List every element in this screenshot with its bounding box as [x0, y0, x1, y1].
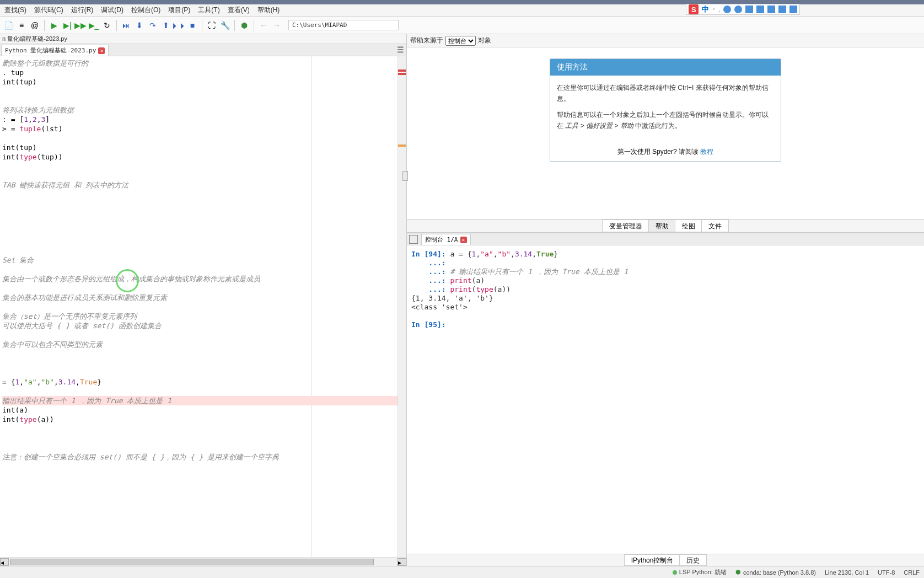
- settings-icon[interactable]: 🔧: [219, 19, 231, 31]
- sogou-icon[interactable]: S: [689, 4, 699, 14]
- console-bottom-tab[interactable]: IPython控制台: [624, 554, 681, 566]
- status-conda[interactable]: ⬢conda: base (Python 3.8.8): [735, 569, 816, 576]
- code-line[interactable]: [2, 237, 406, 246]
- code-line[interactable]: 可以使用大括号 { } 或者 set() 函数创建集合: [2, 321, 406, 330]
- editor-options-icon[interactable]: ☰: [397, 45, 404, 54]
- code-line[interactable]: [2, 349, 406, 358]
- code-line[interactable]: 将列表转换为元组数据: [2, 105, 406, 115]
- code-line[interactable]: int(type(a)): [2, 415, 406, 424]
- code-line[interactable]: 集合（set）是一个无序的不重复元素序列: [2, 312, 406, 321]
- code-line[interactable]: [2, 87, 406, 96]
- code-line[interactable]: int(tup): [2, 143, 406, 152]
- menu-item[interactable]: 调试(D): [98, 4, 127, 16]
- debug-continue-icon[interactable]: ⏵⏵: [173, 19, 185, 31]
- code-line[interactable]: [2, 208, 406, 218]
- menu-item[interactable]: 控制台(O): [128, 4, 164, 16]
- menu-item[interactable]: 查看(V): [224, 4, 253, 16]
- code-line[interactable]: . tup: [2, 68, 406, 77]
- code-line[interactable]: 集合由一个或数个形态各异的元组组成，构成集合的事物或对象称作元素或是成员: [2, 274, 406, 283]
- code-line[interactable]: [2, 227, 406, 237]
- editor-tab-active[interactable]: Python 量化编程基础-2023.py ✕: [1, 45, 109, 56]
- run-selection-icon[interactable]: ▶_: [88, 19, 100, 31]
- help-tab[interactable]: 变量管理器: [602, 220, 649, 232]
- editor-hscroll[interactable]: ◂ ▸: [0, 557, 406, 566]
- help-source-select[interactable]: 控制台: [445, 36, 476, 46]
- code-line[interactable]: 集合中可以包含不同类型的元素: [2, 340, 406, 349]
- help-tab[interactable]: 文件: [701, 220, 729, 232]
- ime-icon-1[interactable]: [723, 6, 731, 13]
- rerun-icon[interactable]: ↻: [101, 19, 113, 31]
- code-line[interactable]: = {1,"a","b",3.14,True}: [2, 377, 406, 387]
- code-line[interactable]: [2, 443, 406, 452]
- python-path-icon[interactable]: ⬢: [238, 19, 250, 31]
- debug-stop-icon[interactable]: ■: [186, 19, 198, 31]
- help-tab[interactable]: 帮助: [648, 220, 676, 232]
- code-line[interactable]: Set 集合: [2, 255, 406, 265]
- close-icon[interactable]: ✕: [460, 237, 467, 243]
- ime-toolbar[interactable]: S 中 •,: [686, 4, 800, 15]
- ime-icon-5[interactable]: [767, 6, 775, 13]
- code-line[interactable]: [2, 434, 406, 443]
- console-expand-icon[interactable]: [409, 235, 418, 244]
- debug-step-icon[interactable]: ⏭: [120, 19, 132, 31]
- ime-icon-4[interactable]: [756, 6, 764, 13]
- menu-item[interactable]: 源代码(C): [31, 4, 67, 16]
- code-line[interactable]: [2, 96, 406, 105]
- console-bottom-tab[interactable]: 历史: [679, 554, 707, 566]
- code-line[interactable]: > = tuple(lst): [2, 124, 406, 133]
- debug-over-icon[interactable]: ↷: [147, 19, 159, 31]
- code-line[interactable]: [2, 133, 406, 143]
- code-line[interactable]: 集合的基本功能是进行成员关系测试和删除重复元素: [2, 293, 406, 302]
- menu-item[interactable]: 项目(P): [165, 4, 194, 16]
- menu-item[interactable]: 运行(R): [68, 4, 97, 16]
- code-line[interactable]: : = [1,2,3]: [2, 115, 406, 124]
- ime-icon-3[interactable]: [745, 6, 753, 13]
- at-icon[interactable]: @: [29, 19, 41, 31]
- code-line[interactable]: [2, 190, 406, 199]
- code-line[interactable]: [2, 283, 406, 293]
- run-cell-icon[interactable]: ▶|: [61, 19, 73, 31]
- new-file-icon[interactable]: 📄: [2, 19, 14, 31]
- splitter-handle[interactable]: [402, 171, 408, 181]
- back-icon[interactable]: ←: [257, 19, 270, 31]
- code-line[interactable]: 删除整个元组数据是可行的: [2, 58, 406, 68]
- maximize-icon[interactable]: ⛶: [206, 19, 218, 31]
- debug-out-icon[interactable]: ⬆: [160, 19, 172, 31]
- code-line[interactable]: [2, 302, 406, 312]
- code-line[interactable]: [2, 387, 406, 396]
- ime-icon-7[interactable]: [789, 6, 797, 13]
- code-line[interactable]: int(a): [2, 405, 406, 415]
- code-line[interactable]: [2, 358, 406, 368]
- run-cell-advance-icon[interactable]: ▶▶: [74, 19, 87, 31]
- console-body[interactable]: In [94]: a = {1,"a","b",3.14,True} ...: …: [407, 245, 924, 554]
- tutorial-link[interactable]: 教程: [700, 148, 713, 156]
- code-line[interactable]: [2, 368, 406, 377]
- code-line[interactable]: [2, 424, 406, 434]
- menu-item[interactable]: 帮助(H): [254, 4, 283, 16]
- forward-icon[interactable]: →: [271, 19, 283, 31]
- ime-icon-2[interactable]: [734, 6, 742, 13]
- debug-into-icon[interactable]: ⬇: [133, 19, 146, 31]
- close-icon[interactable]: ✕: [98, 47, 105, 54]
- editor-body[interactable]: 删除整个元组数据是可行的. tupint(tup)将列表转换为元组数据: = […: [0, 56, 406, 557]
- code-line[interactable]: [2, 171, 406, 180]
- code-line[interactable]: 注意：创建一个空集合必须用 set() 而不是 { }，因为 { } 是用来创建…: [2, 452, 406, 462]
- code-line[interactable]: TAB 键快速获得元组 和 列表中的方法: [2, 180, 406, 190]
- code-line[interactable]: [2, 265, 406, 274]
- code-line[interactable]: int(type(tup)): [2, 152, 406, 162]
- ime-lang[interactable]: 中: [702, 4, 709, 14]
- run-icon[interactable]: ▶: [48, 19, 60, 31]
- working-dir-input[interactable]: C:\Users\MIAPAD: [288, 20, 399, 30]
- code-line[interactable]: [2, 199, 406, 208]
- ime-icon-6[interactable]: [778, 6, 786, 13]
- menu-item[interactable]: 查找(S): [1, 4, 30, 16]
- code-line[interactable]: 输出结果中只有一个 1 ，因为 True 本质上也是 1: [2, 396, 406, 405]
- code-line[interactable]: [2, 162, 406, 171]
- console-tab-active[interactable]: 控制台 1/A ✕: [421, 234, 471, 245]
- code-line[interactable]: [2, 246, 406, 255]
- code-line[interactable]: [2, 218, 406, 227]
- menu-icon[interactable]: ≡: [15, 19, 28, 31]
- code-line[interactable]: [2, 330, 406, 340]
- code-line[interactable]: int(tup): [2, 77, 406, 87]
- editor-scrollbar[interactable]: [397, 56, 406, 557]
